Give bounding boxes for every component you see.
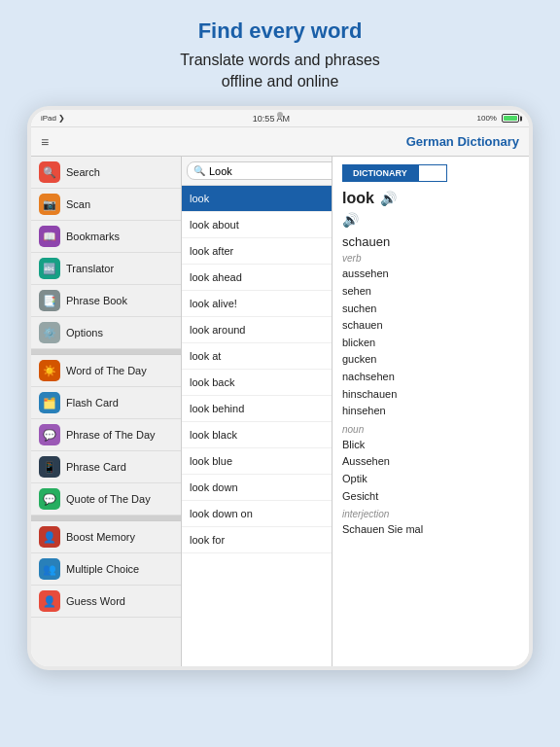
tab-other[interactable] [418,164,447,182]
word-item-look-about[interactable]: look about [182,212,332,238]
sound-row: 🔊 [342,211,519,229]
sidebar-label-options: Options [66,327,103,338]
word-item-look-after[interactable]: look after [182,238,332,265]
phrase-card-icon: 📱 [39,456,60,478]
def-pos-noun: noun [342,424,519,435]
definition-word: look [342,190,374,207]
status-center: 10:55 AM [253,114,290,124]
app-title: German Dictionary [406,134,519,149]
sidebar-label-word-of-day: Word of The Day [66,365,147,376]
dict-tabs: DICTIONARY [342,164,519,182]
def-pos-interjection: interjection [342,509,519,519]
main-title: Find every word [29,18,531,46]
sidebar-label-translator: Translator [66,263,114,274]
sidebar-label-bookmarks: Bookmarks [66,231,120,242]
sidebar-item-translator[interactable]: 🔤 Translator [31,253,181,285]
search-magnifier-icon: 🔍 [193,165,205,176]
sidebar: 🔍 Search 📷 Scan 📖 Bookmarks 🔤 Translator… [31,157,182,666]
definition-panel: DICTIONARY look 🔊 🔊 schauen verb aussehe… [332,157,529,666]
tablet-inner: iPad ❯ 10:55 AM 100% ≡ German Dictionary… [31,110,529,666]
sound-icon-2[interactable]: 🔊 [342,212,359,228]
battery-icon [502,114,519,123]
def-noun-entries: BlickAussehenOptikGesicht [342,437,519,505]
sidebar-item-search[interactable]: 🔍 Search [31,157,181,189]
translator-icon: 🔤 [39,258,60,279]
sidebar-label-guess-word: Guess Word [66,595,125,607]
status-right: 100% [477,114,519,123]
bookmarks-icon: 📖 [39,226,60,247]
tab-dictionary[interactable]: DICTIONARY [342,164,418,182]
word-item-look-ahead[interactable]: look ahead [182,265,332,291]
def-pos-verb: verb [342,253,519,264]
guess-word-icon: 👤 [39,590,60,612]
main-content: 🔍 Search 📷 Scan 📖 Bookmarks 🔤 Translator… [31,157,529,666]
top-nav: ≡ German Dictionary [31,127,529,157]
sidebar-label-phrase-card: Phrase Card [66,461,126,473]
def-verb-entries: aussehensehensuchenschauenblickenguckenn… [342,266,519,419]
multiple-choice-icon: 👥 [39,558,60,580]
main-subtitle: Translate words and phrasesoffline and o… [29,50,531,93]
word-list-panel: 🔍 ✕ look look about look after look ahea… [182,157,332,666]
sidebar-label-quote-of-day: Quote of The Day [66,493,151,505]
word-item-look[interactable]: look [182,186,332,212]
word-item-look-for[interactable]: look for [182,527,332,553]
sidebar-label-multiple-choice: Multiple Choice [66,563,139,575]
word-item-look-blue[interactable]: look blue [182,448,332,475]
flash-card-icon: 🗂️ [39,392,60,413]
boost-memory-icon: 👤 [39,526,60,548]
status-left: iPad ❯ [41,114,65,123]
word-item-look-alive[interactable]: look alive! [182,291,332,317]
sidebar-label-phrase-of-day: Phrase of The Day [66,429,156,441]
sidebar-item-guess-word[interactable]: 👤 Guess Word [31,586,181,618]
sidebar-item-boost-memory[interactable]: 👤 Boost Memory [31,521,181,553]
search-bar: 🔍 ✕ [182,157,332,186]
sidebar-item-bookmarks[interactable]: 📖 Bookmarks [31,221,181,253]
def-interjection-entries: Schauen Sie mal [342,521,519,539]
phrase-book-icon: 📑 [39,290,60,311]
sidebar-item-phrase-of-day[interactable]: 💬 Phrase of The Day [31,419,181,451]
sidebar-label-boost-memory: Boost Memory [66,531,135,543]
sidebar-label-phrase-book: Phrase Book [66,295,127,306]
search-input[interactable] [209,165,332,177]
word-item-look-back[interactable]: look back [182,370,332,396]
sidebar-item-multiple-choice[interactable]: 👥 Multiple Choice [31,553,181,586]
sound-icon[interactable]: 🔊 [380,191,397,206]
sidebar-item-flash-card[interactable]: 🗂️ Flash Card [31,387,181,419]
sidebar-item-word-of-day[interactable]: ☀️ Word of The Day [31,355,181,387]
sidebar-item-phrase-card[interactable]: 📱 Phrase Card [31,451,181,483]
quote-of-day-icon: 💬 [39,488,60,510]
word-of-day-icon: ☀️ [39,360,60,381]
hamburger-icon[interactable]: ≡ [41,134,49,150]
sidebar-label-flash-card: Flash Card [66,397,119,409]
def-translation: schauen [342,234,519,249]
word-item-look-down-on[interactable]: look down on [182,501,332,527]
word-item-look-down[interactable]: look down [182,475,332,501]
word-item-look-at[interactable]: look at [182,343,332,370]
sidebar-item-scan[interactable]: 📷 Scan [31,189,181,221]
sidebar-item-phrase-book[interactable]: 📑 Phrase Book [31,285,181,317]
options-icon: ⚙️ [39,322,60,343]
word-item-look-behind[interactable]: look behind [182,396,332,422]
sidebar-label-scan: Scan [66,198,90,210]
tablet-camera [277,112,283,118]
tablet-frame: iPad ❯ 10:55 AM 100% ≡ German Dictionary… [27,106,533,670]
header-area: Find every word Translate words and phra… [0,0,560,104]
word-item-look-around[interactable]: look around [182,317,332,343]
sidebar-label-search: Search [66,166,100,178]
scan-icon: 📷 [39,194,60,215]
search-input-wrapper: 🔍 ✕ [187,161,332,180]
sidebar-item-options[interactable]: ⚙️ Options [31,317,181,349]
search-icon: 🔍 [39,161,60,183]
sidebar-item-quote-of-day[interactable]: 💬 Quote of The Day [31,483,181,516]
word-item-look-black[interactable]: look black [182,422,332,448]
def-word-row: look 🔊 [342,190,519,207]
phrase-of-day-icon: 💬 [39,424,60,445]
